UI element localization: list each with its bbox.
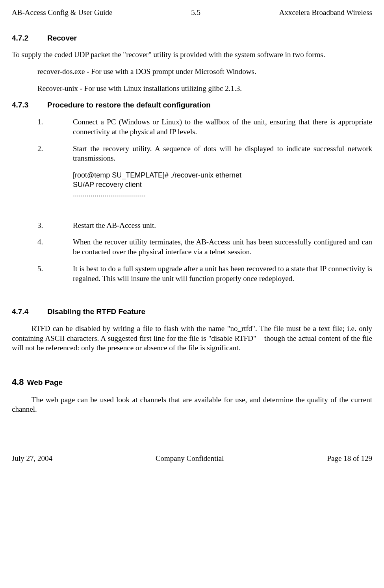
step-5: 5. It is best to do a full system upgrad… <box>37 264 372 283</box>
header-doc-title: AB-Access Config & User Guide <box>12 8 112 18</box>
step-4-number: 4. <box>37 237 73 257</box>
step-3-number: 3. <box>37 221 73 231</box>
heading-474: 4.7.4Disabling the RTFD Feature <box>12 307 372 317</box>
terminal-line-1: [root@temp SU_TEMPLATE]# ./recover-unix … <box>73 170 372 180</box>
header-version: 5.5 <box>191 8 200 18</box>
terminal-line-2: SU/AP recovery client <box>73 180 372 189</box>
step-4: 4. When the recover utility terminates, … <box>37 237 372 257</box>
footer-confidential: Company Confidential <box>156 454 224 464</box>
terminal-line-3: ..................................... <box>73 189 372 199</box>
para-472-intro: To supply the coded UDP packet the "reco… <box>12 50 372 60</box>
step-2-number: 2. <box>37 144 73 163</box>
heading-473-number: 4.7.3 <box>12 100 47 110</box>
heading-473: 4.7.3Procedure to restore the default co… <box>12 100 372 110</box>
step-1-number: 1. <box>37 117 73 137</box>
heading-472-title: Recover <box>47 34 77 42</box>
step-4-text: When the recover utility terminates, the… <box>73 237 372 257</box>
page-footer: July 27, 2004 Company Confidential Page … <box>12 454 372 464</box>
footer-date: July 27, 2004 <box>12 454 52 464</box>
para-474: RTFD can be disabled by writing a file t… <box>12 324 372 353</box>
step-1: 1. Connect a PC (Windows or Linux) to th… <box>37 117 372 137</box>
step-3-text: Restart the AB-Access unit. <box>73 221 372 231</box>
step-5-text: It is best to do a full system upgrade a… <box>73 264 372 283</box>
footer-page-number: Page 18 of 129 <box>327 454 372 464</box>
heading-472-number: 4.7.2 <box>12 33 47 43</box>
heading-474-number: 4.7.4 <box>12 307 47 317</box>
heading-48-title: Web Page <box>27 378 63 386</box>
step-3: 3. Restart the AB-Access unit. <box>37 221 372 231</box>
item-recover-dos: recover-dos.exe - For use with a DOS pro… <box>37 67 372 77</box>
step-2-text: Start the recovery utility. A sequence o… <box>73 144 372 163</box>
heading-48: 4.8Web Page <box>12 377 372 388</box>
heading-48-number: 4.8 <box>12 377 24 388</box>
page-header: AB-Access Config & User Guide 5.5 Axxcel… <box>12 8 372 18</box>
terminal-output: [root@temp SU_TEMPLATE]# ./recover-unix … <box>73 170 372 199</box>
header-company: Axxcelera Broadband Wireless <box>279 8 372 18</box>
step-1-text: Connect a PC (Windows or Linux) to the w… <box>73 117 372 137</box>
heading-472: 4.7.2Recover <box>12 33 372 43</box>
heading-474-title: Disabling the RTFD Feature <box>47 307 145 316</box>
step-2: 2. Start the recovery utility. A sequenc… <box>37 144 372 163</box>
para-48: The web page can be used look at channel… <box>12 395 372 414</box>
item-recover-unix: Recover-unix - For use with Linux instal… <box>37 84 372 94</box>
heading-473-title: Procedure to restore the default configu… <box>47 101 211 109</box>
step-5-number: 5. <box>37 264 73 283</box>
